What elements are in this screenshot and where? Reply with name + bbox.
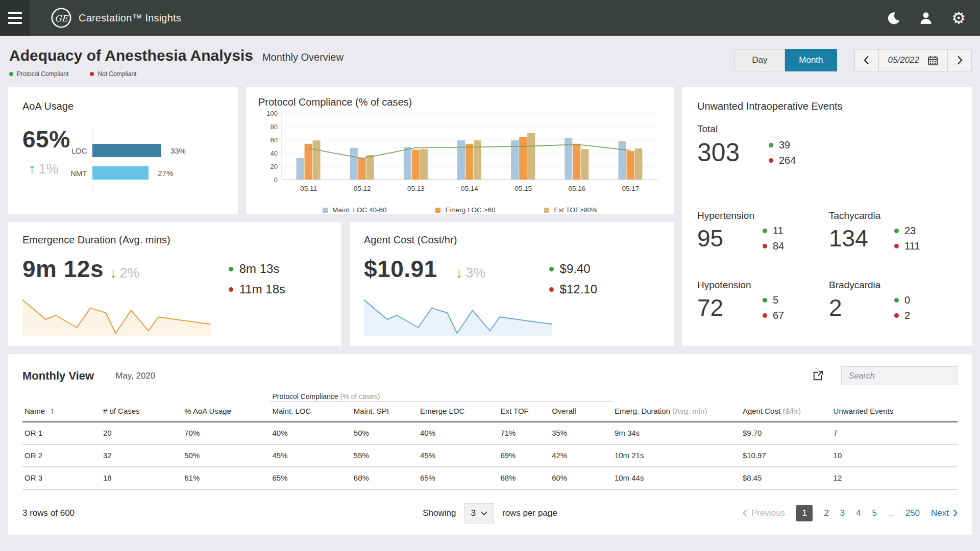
table-group-header-row: Protocol Compliance (% of cases) [22, 392, 958, 402]
page-button-250[interactable]: 250 [905, 508, 920, 518]
svg-text:60: 60 [271, 136, 278, 144]
column-header: Agent Cost ($/hr) [741, 402, 831, 422]
search-input[interactable] [849, 371, 955, 381]
column-header: % AoA Usage [182, 402, 270, 422]
column-header: Emerg. Duration (Avg. min) [612, 402, 741, 422]
calendar-icon [927, 55, 938, 66]
brand: GE Carestation™ Insights [51, 8, 181, 28]
previous-page-button[interactable]: Previous [743, 508, 785, 518]
red-dot-icon [763, 313, 767, 318]
next-period-chevron[interactable] [948, 49, 971, 71]
table-cell: 32 [101, 444, 182, 467]
svg-text:100: 100 [266, 110, 278, 117]
page-button-1[interactable]: 1 [796, 505, 813, 521]
day-toggle-button[interactable]: Day [734, 49, 785, 71]
table-cell: 45% [270, 444, 351, 467]
agent-compliant-value: $9.40 [560, 262, 591, 276]
table-cell: 10m 44s [612, 467, 741, 489]
svg-text:05.13: 05.13 [407, 185, 425, 192]
monthly-view-panel: Monthly View May, 2020 Protocol Complian… [8, 354, 972, 535]
green-dot-icon [763, 298, 767, 303]
events-total-label: Total [697, 123, 957, 135]
table-row[interactable]: OR 12070%40%50%40%71%35%9m 34s$9.707 [22, 422, 958, 444]
compliance-legend: Protocol Compliant Not Compliant [9, 70, 344, 78]
topbar: GE Carestation™ Insights ⚙ [0, 0, 980, 36]
user-profile-icon[interactable] [919, 11, 933, 25]
svg-text:40: 40 [271, 149, 278, 157]
protocol-chart-legend: Maint. LOC 40-60Emerg LOC >60Ext TOF>90% [258, 206, 662, 214]
export-icon[interactable] [812, 370, 824, 382]
settings-gear-icon[interactable]: ⚙ [951, 10, 966, 26]
table-cell: 9m 34s [612, 422, 741, 444]
next-page-button[interactable]: Next [931, 508, 958, 518]
agent-card-title: Agent Cost (Cost/hr) [364, 234, 659, 246]
green-dot-icon [229, 267, 233, 271]
chevron-left-icon [743, 509, 747, 517]
event-metric-tachycardia: Tachycardia13423111 [829, 210, 957, 252]
green-dot-icon [769, 143, 773, 147]
table-cell: 35% [550, 422, 612, 444]
monthly-table: Protocol Compliance (% of cases)Name↑# o… [22, 392, 958, 490]
red-dot-icon [90, 72, 94, 76]
aoa-card-title: AoA Usage [22, 101, 224, 112]
page-button-2[interactable]: 2 [824, 508, 828, 518]
chart-legend-item: Emerg LOC >60 [435, 206, 495, 214]
table-cell: 65% [418, 467, 499, 489]
page-button-4[interactable]: 4 [856, 508, 861, 518]
rows-per-page-select[interactable]: 3 [464, 503, 494, 523]
aoa-mini-bar-chart: LOC33%NMT27% [93, 129, 186, 195]
column-header: Maint. SPI [352, 402, 418, 422]
table-cell: 42% [550, 444, 612, 467]
rows-info: 3 rows of 600 [22, 508, 423, 518]
svg-text:05.14: 05.14 [461, 185, 478, 192]
svg-text:05.15: 05.15 [514, 185, 532, 192]
emergence-delta: 2% [120, 265, 140, 281]
pagination-ellipsis: ... [888, 509, 894, 517]
dark-mode-moon-icon[interactable] [887, 11, 900, 25]
chevron-down-icon [481, 511, 487, 515]
protocol-compliance-card: Protocol Compliance (% of cases) 0204060… [246, 87, 674, 214]
date-picker-field[interactable]: 05/2022 [878, 49, 948, 71]
legend-swatch-icon [544, 208, 549, 213]
aoa-bar-row: LOC33% [94, 144, 186, 157]
event-metric-hypertension: Hypertension951184 [697, 210, 829, 252]
table-row[interactable]: OR 31861%65%68%65%68%60%10m 44s$8.4512 [22, 467, 958, 489]
page-button-3[interactable]: 3 [840, 508, 845, 518]
red-dot-icon [549, 287, 554, 292]
event-metric-bradycardia: Bradycardia202 [829, 280, 957, 321]
pagination: Previous 12345...250 Next [557, 505, 958, 521]
table-cell: 10m 21s [612, 444, 741, 467]
emergence-sparkline [22, 295, 216, 336]
emergence-noncompliant-value: 11m 18s [239, 282, 285, 296]
table-row[interactable]: OR 23250%45%55%45%69%42%10m 21s$10.9710 [22, 444, 958, 467]
table-cell: $10.97 [741, 444, 831, 467]
table-cell: 71% [498, 422, 550, 444]
green-dot-icon [763, 229, 767, 233]
sort-ascending-icon: ↑ [50, 406, 55, 416]
date-value: 05/2022 [888, 55, 919, 65]
trend-down-icon: ↓ [110, 265, 117, 281]
table-cell: 12 [831, 467, 958, 489]
svg-text:20: 20 [271, 163, 278, 170]
menu-icon[interactable] [0, 0, 30, 36]
chevron-right-icon [953, 509, 958, 517]
prev-period-chevron[interactable] [855, 49, 878, 71]
red-dot-icon [769, 158, 773, 163]
green-dot-icon [9, 72, 13, 76]
aoa-delta: 1% [39, 161, 59, 177]
aoa-bar [92, 166, 149, 180]
column-header: Maint. LOC [270, 402, 351, 422]
aoa-usage-card: AoA Usage 65% ↑ 1% LOC33%NMT27% [8, 87, 238, 214]
app-title: Carestation™ Insights [79, 12, 181, 24]
monthly-view-title: Monthly View [22, 369, 94, 383]
table-head: Protocol Compliance (% of cases)Name↑# o… [22, 392, 958, 422]
table-cell: 68% [352, 467, 418, 489]
table-cell: 50% [352, 422, 418, 444]
showing-label: Showing [423, 508, 456, 518]
emergence-value: 9m 12s [22, 255, 104, 283]
table-cell: 55% [352, 444, 418, 467]
page-button-5[interactable]: 5 [872, 508, 877, 518]
month-toggle-button[interactable]: Month [785, 49, 837, 71]
aoa-value: 65% [22, 126, 70, 153]
column-header-name[interactable]: Name↑ [22, 402, 101, 422]
